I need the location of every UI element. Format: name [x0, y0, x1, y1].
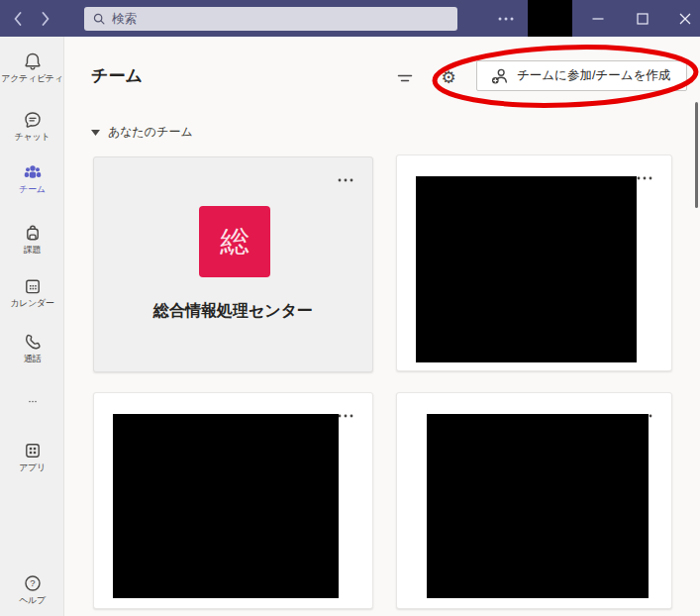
- maximize-icon: [637, 13, 649, 25]
- sidebar-item-label: アプリ: [0, 462, 64, 473]
- sidebar-item-label: アクティビティ: [0, 73, 64, 84]
- minimize-icon: [592, 13, 604, 25]
- team-avatar-letter: 総: [220, 222, 250, 262]
- team-name: 総合情報処理センター: [94, 301, 372, 322]
- team-card[interactable]: 総 総合情報処理センター: [93, 156, 373, 372]
- redaction-box: [416, 176, 637, 362]
- close-icon: [679, 13, 691, 25]
- back-button[interactable]: [6, 8, 30, 30]
- bell-icon: [23, 51, 43, 71]
- ellipsis-icon: [497, 16, 515, 22]
- maximize-button[interactable]: [626, 0, 659, 37]
- sidebar-item-assignments[interactable]: 課題: [0, 223, 64, 256]
- sidebar-item-activity[interactable]: アクティビティ: [0, 51, 64, 84]
- sidebar-item-calendar[interactable]: カレンダー: [0, 276, 64, 309]
- card-more-button[interactable]: [636, 167, 655, 179]
- search-icon: [92, 12, 106, 26]
- svg-text:?: ?: [30, 577, 35, 588]
- join-button-label: チームに参加/チームを作成: [517, 67, 670, 84]
- redaction-box: [427, 414, 649, 598]
- card-more-button[interactable]: [337, 169, 356, 181]
- card-more-button[interactable]: [337, 405, 356, 417]
- chat-icon: [23, 110, 43, 130]
- calendar-icon: [23, 276, 43, 296]
- team-card[interactable]: [396, 154, 672, 371]
- section-label: あなたのチーム: [108, 124, 193, 141]
- app-rail: アクティビティ チャット チーム 課題 カレンダー 通話 アプリ: [0, 37, 64, 616]
- sidebar-item-label: チーム: [0, 184, 64, 195]
- redaction-box: [113, 414, 339, 598]
- gear-icon: ⚙: [441, 67, 455, 88]
- ellipsis-icon: [23, 399, 43, 409]
- backpack-icon: [23, 223, 43, 243]
- minimize-button[interactable]: [581, 0, 615, 37]
- search-input[interactable]: [112, 12, 429, 26]
- sidebar-item-label: 通話: [0, 354, 64, 364]
- titlebar-more-button[interactable]: [493, 8, 519, 30]
- apps-grid-icon: [23, 441, 43, 461]
- ellipsis-icon: [337, 177, 354, 183]
- ellipsis-icon: [636, 175, 653, 181]
- team-card[interactable]: [396, 392, 672, 609]
- search-box[interactable]: [84, 7, 457, 31]
- title-bar: [0, 0, 700, 37]
- sidebar-item-chat[interactable]: チャット: [0, 110, 64, 143]
- ellipsis-icon: [337, 413, 354, 419]
- team-avatar: 総: [199, 206, 270, 277]
- sidebar-item-teams[interactable]: チーム: [0, 162, 64, 195]
- sidebar-item-calls[interactable]: 通話: [0, 332, 64, 364]
- join-or-create-team-button[interactable]: チームに参加/チームを作成: [476, 60, 687, 91]
- sidebar-item-help[interactable]: ? ヘルプ: [0, 573, 64, 606]
- sidebar-item-label: チャット: [0, 132, 64, 143]
- chevron-right-icon: [41, 11, 50, 27]
- collapse-triangle-icon: [91, 130, 100, 136]
- phone-icon: [23, 332, 43, 352]
- main-content: チーム ⚙ チームに参加/チームを作成 あなたのチーム 総 総合情報処理センター: [64, 37, 700, 616]
- sidebar-item-label: 課題: [0, 245, 64, 256]
- team-card[interactable]: [93, 392, 373, 609]
- close-button[interactable]: [669, 0, 700, 37]
- your-teams-section-toggle[interactable]: あなたのチーム: [91, 124, 193, 141]
- sidebar-more-button[interactable]: [0, 399, 64, 411]
- sidebar-item-label: ヘルプ: [0, 595, 64, 606]
- vertical-scrollbar-thumb[interactable]: [695, 102, 698, 208]
- filter-button[interactable]: [391, 66, 419, 90]
- filter-icon: [397, 72, 413, 84]
- teams-people-icon: [23, 162, 43, 182]
- help-question-icon: ?: [23, 573, 43, 593]
- settings-button[interactable]: ⚙: [435, 63, 462, 91]
- chevron-left-icon: [13, 11, 23, 27]
- forward-button[interactable]: [34, 8, 57, 30]
- sidebar-item-apps[interactable]: アプリ: [0, 441, 64, 473]
- page-title: チーム: [91, 64, 143, 87]
- person-add-icon: [490, 66, 510, 86]
- sidebar-item-label: カレンダー: [0, 298, 64, 309]
- teams-app-window: アクティビティ チャット チーム 課題 カレンダー 通話 アプリ: [0, 0, 700, 616]
- user-avatar-redacted[interactable]: [528, 0, 572, 37]
